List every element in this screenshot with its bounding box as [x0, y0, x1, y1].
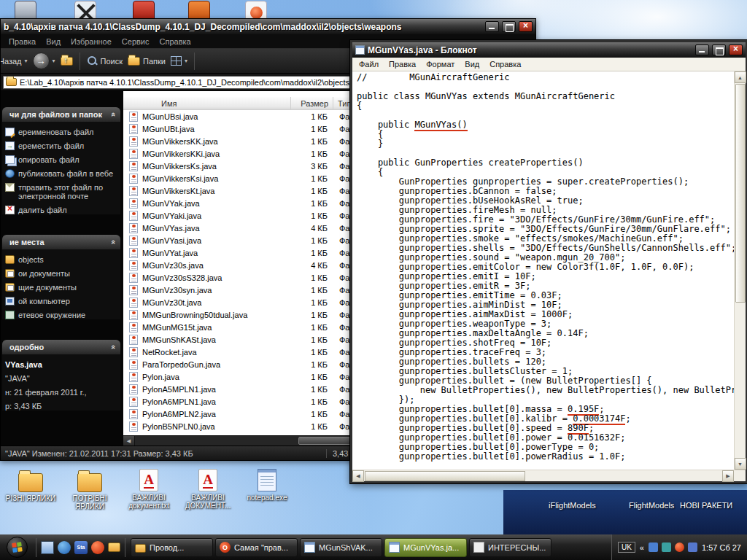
sta-badge[interactable]: Sta — [74, 541, 88, 554]
minimize-button[interactable] — [485, 21, 499, 32]
taskbar-button[interactable]: MGunVYas.ja... — [384, 538, 467, 557]
browser-icon[interactable] — [58, 541, 71, 554]
x-logo-icon[interactable] — [74, 1, 96, 18]
desktop-icon[interactable]: notepad.exe — [241, 469, 293, 510]
desktop-icon-label[interactable]: НОВІ РАКЕТИ — [680, 501, 732, 510]
taskbar-button[interactable]: ИНТЕРЕСНЫ... — [469, 538, 551, 557]
collapse-chevron-icon[interactable]: « — [109, 240, 118, 244]
network-tray-icon[interactable] — [649, 542, 658, 552]
taskbar-button[interactable]: Самая "прав... — [215, 538, 298, 557]
explorer-menu-item[interactable]: Справка — [155, 36, 196, 47]
taskpane-item[interactable]: ереименовать файл — [5, 128, 119, 136]
file-size: 1 КБ — [291, 211, 333, 220]
file-size: 1 КБ — [291, 273, 333, 282]
notepad-vertical-scrollbar[interactable]: ▲ ▼ — [734, 71, 746, 470]
orange-app-icon[interactable] — [188, 1, 210, 18]
rename-icon — [5, 128, 15, 136]
desktop-icon[interactable]: ВАЖЛИВІ ДОКУМЕНТ... — [182, 469, 234, 510]
taskpane-item[interactable]: публиковать файл в вебе — [5, 169, 119, 178]
taskpane-section-header[interactable]: чи для файлов и папок « — [2, 107, 120, 122]
explorer-menu-item[interactable]: Вид — [41, 36, 66, 47]
scrollbar-thumb[interactable] — [735, 84, 746, 303]
scroll-left-icon[interactable]: ◀ — [123, 436, 135, 446]
system-tray: UK « 1:57 Сб 27 — [611, 534, 747, 560]
maximize-button[interactable] — [712, 44, 726, 55]
desktop-icon[interactable]: ПОТРІБНІ ЯРЛИКИ — [63, 469, 116, 510]
notepad-text-area[interactable]: // MGunAircraftGeneric public class MGun… — [352, 71, 734, 470]
back-button[interactable]: ← Назад ▾ — [1, 52, 28, 69]
explorer-menu-item[interactable]: Сервис — [117, 36, 155, 47]
minimize-button[interactable] — [695, 44, 709, 55]
desktop-icon[interactable]: РІЗНІ ЯРЛИКИ — [4, 469, 57, 510]
views-button[interactable]: ▾ — [171, 56, 187, 66]
publish-icon — [5, 169, 15, 178]
notepad-menu-item[interactable]: Справка — [484, 58, 526, 70]
taskpane-item[interactable]: ои документы — [5, 269, 119, 278]
dropdown-caret-icon[interactable]: ▾ — [25, 58, 28, 64]
gray-app-icon[interactable] — [15, 1, 36, 18]
search-button[interactable]: Поиск — [87, 55, 123, 66]
desktop-icon[interactable]: ВАЖЛИВІ документ.txt — [123, 469, 175, 510]
notepad-menu-item[interactable]: Правка — [384, 58, 421, 70]
folder-icon — [18, 473, 43, 492]
java-file-icon — [129, 298, 138, 308]
column-header-name[interactable]: Имя — [123, 97, 291, 110]
up-button[interactable] — [61, 57, 73, 66]
taskpane-item[interactable]: щие документы — [5, 283, 119, 292]
taskbar-button[interactable]: MGunShVAK... — [300, 538, 382, 557]
opera-icon[interactable] — [91, 541, 104, 554]
explorer-menu-item[interactable]: Правка — [4, 36, 41, 47]
maximize-button[interactable] — [502, 21, 516, 32]
folders-button[interactable]: Папки — [128, 57, 166, 66]
opera-app-icon[interactable] — [245, 1, 267, 18]
explorer-titlebar[interactable]: b_4.10\архів патча 4.10.1\ClassDump_4.10… — [1, 19, 535, 34]
show-desktop-icon[interactable] — [41, 541, 54, 554]
dropdown-caret-icon[interactable]: ▾ — [53, 58, 55, 64]
taskpane-item-label: VYas.java — [5, 360, 42, 369]
taskpane-item[interactable]: опировать файл — [5, 155, 119, 164]
taskpane-item[interactable]: етевое окружение — [5, 311, 119, 319]
taskpane-item[interactable]: ой компьютер — [5, 297, 119, 306]
column-header-size[interactable]: Размер — [291, 97, 333, 110]
file-name: MMGunMG15t.java — [142, 323, 291, 332]
close-button[interactable] — [519, 21, 533, 32]
notepad-icon — [355, 45, 365, 55]
notepad-horizontal-scrollbar[interactable]: ◀ ▶ — [352, 470, 734, 481]
taskpane-item-label: щие документы — [18, 283, 77, 292]
forward-button[interactable]: → ▾ — [33, 52, 55, 69]
language-indicator[interactable]: UK — [618, 542, 635, 553]
explorer-menu-item[interactable]: Избранное — [66, 36, 117, 47]
computer-icon — [5, 297, 15, 306]
notepad-menu-item[interactable]: Вид — [460, 58, 484, 70]
red-app-icon[interactable] — [133, 1, 155, 18]
scroll-left-icon[interactable]: ◀ — [352, 470, 364, 482]
file-size: 1 КБ — [291, 397, 333, 406]
close-button[interactable] — [729, 44, 743, 55]
taskbar-button[interactable]: Провод... — [131, 538, 213, 557]
scroll-right-icon[interactable]: ▶ — [722, 470, 734, 482]
notepad-menu-item[interactable]: Файл — [354, 58, 384, 70]
desktop-icon-label[interactable]: iFlightModels — [549, 501, 596, 510]
notepad-titlebar[interactable]: MGunVYas.java - Блокнот — [352, 42, 746, 58]
dropdown-caret-icon[interactable]: ▾ — [185, 58, 187, 64]
opera-tray-icon[interactable] — [675, 542, 684, 552]
collapse-chevron-icon[interactable]: « — [109, 112, 118, 117]
volume-tray-icon[interactable] — [688, 542, 697, 552]
file-size: 1 КБ — [291, 335, 333, 344]
scrollbar-thumb[interactable] — [365, 471, 525, 481]
taskpane-item[interactable]: ереместить файл — [5, 141, 119, 150]
folder-quick-icon[interactable] — [108, 542, 120, 552]
notepad-menu-item[interactable]: Формат — [421, 58, 460, 70]
taskpane-section-header[interactable]: одробно « — [2, 340, 120, 354]
shield-tray-icon[interactable] — [662, 542, 671, 552]
taskpane-item[interactable]: далить файл — [5, 206, 119, 214]
scroll-down-icon[interactable]: ▼ — [735, 458, 746, 470]
taskpane-item[interactable]: objects — [5, 255, 119, 264]
taskpane-section-header[interactable]: ие места « — [2, 235, 120, 249]
tray-chevron-icon[interactable]: « — [640, 543, 644, 552]
taskpane-item[interactable]: тправить этот файл по электронной почте — [5, 183, 119, 201]
desktop-icon-label[interactable]: FlightModels — [629, 501, 674, 510]
scroll-up-icon[interactable]: ▲ — [735, 71, 746, 83]
start-button[interactable] — [0, 534, 34, 560]
collapse-chevron-icon[interactable]: « — [109, 345, 118, 349]
